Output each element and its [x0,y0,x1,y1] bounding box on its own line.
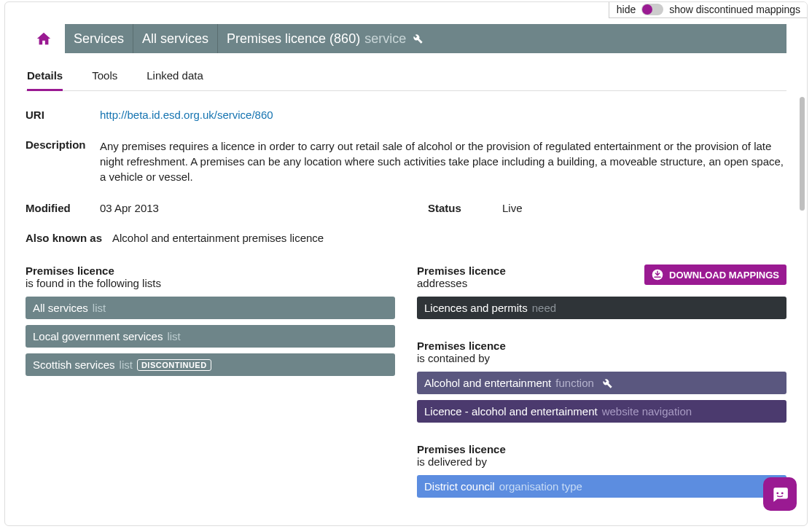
addresses-head: Premises licence [417,264,506,277]
lists-head: Premises licence [26,264,395,277]
home-button[interactable] [26,24,65,53]
contained-sub: is contained by [417,352,786,364]
breadcrumb-current: Premises licence (860) service [218,24,786,53]
tab-linked-data[interactable]: Linked data [147,65,203,90]
scrollbar[interactable] [800,97,805,211]
svg-point-1 [776,493,778,495]
list-item[interactable]: Alcohol and entertainmentfunction [417,372,786,394]
breadcrumb: Services All services Premises licence (… [26,24,786,53]
aka-label: Also known as [26,232,102,244]
discontinued-toggle[interactable] [641,4,663,15]
wrench-icon[interactable] [601,377,613,389]
download-icon [652,269,663,281]
delivered-head: Premises licence [417,443,786,455]
description-value: Any premises requires a licence in order… [100,138,786,184]
list-item[interactable]: Local government serviceslist [26,325,395,348]
description-label: Description [26,138,100,184]
breadcrumb-services[interactable]: Services [65,24,133,53]
home-icon [36,31,52,47]
wrench-icon[interactable] [412,33,423,44]
breadcrumb-all-services[interactable]: All services [133,24,218,53]
list-item[interactable]: Licences and permits need [417,297,786,319]
modified-label: Modified [26,202,100,214]
lists-sub: is found in the following lists [26,277,395,289]
list-item[interactable]: Licence - alcohol and entertainmentwebsi… [417,400,786,423]
discontinued-badge: DISCONTINUED [137,359,211,371]
toggle-show-label: show discontinued mappings [669,4,800,15]
discontinued-toggle-bar: hide show discontinued mappings [609,1,808,18]
list-item[interactable]: District council organisation type [417,475,786,498]
chat-icon [770,485,789,503]
contained-head: Premises licence [417,340,786,352]
uri-label: URI [26,109,100,121]
uri-link[interactable]: http://beta.id.esd.org.uk/service/860 [100,109,273,121]
list-item[interactable]: All serviceslist [26,297,395,319]
list-item[interactable]: Scottish serviceslistDISCONTINUED [26,353,395,376]
toggle-hide-label: hide [617,4,636,15]
tab-tools[interactable]: Tools [92,65,117,90]
breadcrumb-type-label: service [364,31,406,47]
chat-button[interactable] [763,477,797,511]
aka-value: Alcohol and entertainment premises licen… [112,232,324,244]
download-mappings-button[interactable]: DOWNLOAD MAPPINGS [644,264,786,285]
tab-details[interactable]: Details [27,65,63,91]
delivered-sub: is delivered by [417,455,786,468]
status-value: Live [502,202,523,214]
svg-point-2 [781,493,784,495]
addresses-sub: addresses [417,277,506,289]
status-label: Status [428,202,502,214]
modified-value: 03 Apr 2013 [100,202,159,214]
